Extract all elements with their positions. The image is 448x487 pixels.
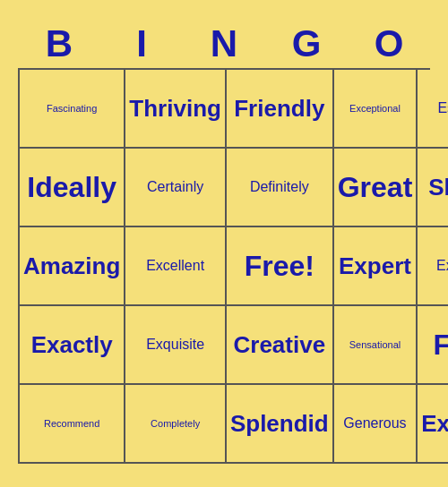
cell-text: Exclusive — [436, 258, 448, 274]
cell-text: Exactly — [31, 331, 113, 359]
cell-text: Amazing — [23, 252, 120, 280]
bingo-cell: Exceptional — [334, 70, 418, 149]
cell-text: Free! — [245, 250, 314, 283]
bingo-cell: Certainly — [125, 149, 227, 227]
bingo-cell: Essential — [418, 70, 448, 149]
bingo-cell: Splendid — [227, 385, 334, 464]
cell-text: Exquisite — [146, 337, 204, 353]
bingo-cell: Great — [334, 149, 418, 227]
cell-text: Essential — [437, 100, 448, 116]
header-letter: B — [18, 23, 100, 64]
cell-text: Great — [338, 171, 413, 204]
bingo-cell: Fully — [418, 306, 448, 385]
bingo-card: BINGO FascinatingThrivingFriendlyExcepti… — [9, 14, 439, 473]
cell-text: Fascinating — [47, 103, 97, 114]
bingo-cell: Completely — [125, 385, 227, 464]
cell-text: Excellent — [146, 258, 204, 274]
bingo-cell: Creative — [227, 306, 334, 385]
bingo-cell: Free! — [227, 227, 334, 306]
bingo-cell: Skillful — [418, 149, 448, 227]
header-letter: I — [100, 23, 183, 64]
cell-text: Exciting — [421, 410, 448, 438]
cell-text: Certainly — [147, 179, 203, 195]
bingo-cell: Friendly — [227, 70, 334, 149]
bingo-cell: Fascinating — [20, 70, 125, 149]
bingo-cell: Thriving — [125, 70, 227, 149]
cell-text: Fully — [434, 329, 448, 362]
bingo-cell: Recommend — [20, 385, 125, 464]
cell-text: Creative — [233, 331, 325, 359]
bingo-cell: Amazing — [20, 227, 125, 306]
bingo-cell: Definitely — [227, 149, 334, 227]
cell-text: Skillful — [428, 174, 448, 201]
cell-text: Thriving — [129, 95, 221, 123]
cell-text: Sensational — [349, 339, 401, 350]
bingo-header: BINGO — [18, 23, 430, 64]
cell-text: Recommend — [44, 418, 99, 429]
bingo-grid: FascinatingThrivingFriendlyExceptionalEs… — [18, 68, 430, 464]
bingo-cell: Exciting — [418, 385, 448, 464]
bingo-cell: Exclusive — [418, 227, 448, 306]
cell-text: Friendly — [234, 95, 324, 123]
bingo-cell: Exactly — [20, 306, 125, 385]
header-letter: O — [348, 23, 430, 64]
header-letter: N — [183, 23, 265, 64]
bingo-cell: Expert — [334, 227, 418, 306]
bingo-cell: Exquisite — [125, 306, 227, 385]
bingo-cell: Excellent — [125, 227, 227, 306]
bingo-cell: Ideally — [20, 149, 125, 227]
cell-text: Ideally — [27, 171, 116, 204]
bingo-cell: Generous — [334, 385, 418, 464]
cell-text: Expert — [339, 252, 411, 280]
cell-text: Splendid — [230, 410, 329, 438]
bingo-cell: Sensational — [334, 306, 418, 385]
header-letter: G — [265, 23, 348, 64]
cell-text: Exceptional — [349, 103, 401, 114]
cell-text: Definitely — [250, 179, 309, 195]
cell-text: Completely — [151, 418, 200, 429]
cell-text: Generous — [343, 415, 406, 431]
